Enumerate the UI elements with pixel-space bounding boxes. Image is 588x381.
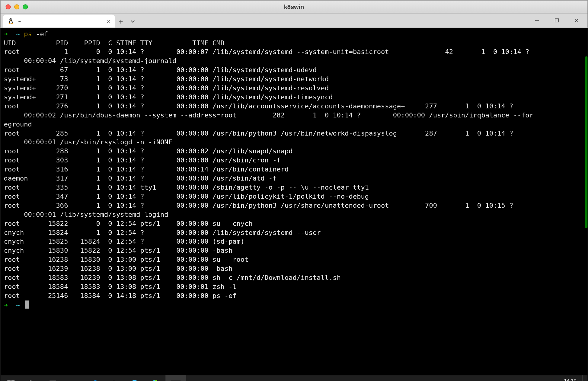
new-tab-button[interactable]: + xyxy=(115,15,127,27)
svg-point-2 xyxy=(10,21,12,24)
close-window-dot[interactable] xyxy=(6,4,11,9)
browser1-icon[interactable] xyxy=(124,375,145,381)
task-view-button[interactable] xyxy=(42,375,62,381)
scrollbar-thumb[interactable] xyxy=(585,56,588,229)
start-button[interactable] xyxy=(0,375,21,381)
minimize-button[interactable] xyxy=(527,14,546,26)
search-button[interactable] xyxy=(21,375,42,381)
tux-icon xyxy=(7,18,14,24)
qq-icon[interactable] xyxy=(104,375,124,381)
svg-point-5 xyxy=(8,23,10,24)
taskbar-clock[interactable]: 14:19 2020/6/10 xyxy=(552,378,579,381)
terminal-tab[interactable]: ~ × xyxy=(3,14,115,27)
window-titlebar[interactable]: k8swin xyxy=(0,0,587,13)
zoom-window-dot[interactable] xyxy=(23,4,28,9)
traffic-lights xyxy=(0,4,28,9)
scrollbar-track[interactable] xyxy=(583,28,587,381)
maximize-button[interactable] xyxy=(547,14,566,26)
vscode-icon[interactable] xyxy=(83,375,104,381)
terminal-body[interactable]: ➜ ~ ps -ef UID PID PPID C STIME TTY TIME… xyxy=(0,28,587,381)
terminal-taskbar-icon[interactable] xyxy=(165,375,186,381)
svg-point-6 xyxy=(11,23,13,24)
terminal-window: k8swin ~ × + ➜ ~ ps -ef UID xyxy=(0,0,588,381)
svg-rect-7 xyxy=(555,18,558,22)
window-title: k8swin xyxy=(284,3,304,10)
close-tab-icon[interactable]: × xyxy=(107,18,110,24)
close-button[interactable] xyxy=(567,14,586,26)
tab-strip: ~ × + xyxy=(0,13,587,28)
windows-taskbar: 英 14:19 2020/6/10 xyxy=(0,375,587,381)
window-controls xyxy=(527,14,586,26)
minimize-window-dot[interactable] xyxy=(14,4,19,9)
edge-icon[interactable] xyxy=(145,375,165,381)
svg-point-4 xyxy=(11,19,11,20)
terminal-tab-label: ~ xyxy=(18,18,21,24)
clock-time: 14:19 xyxy=(564,378,577,381)
show-desktop-button[interactable] xyxy=(583,375,585,381)
file-explorer-icon[interactable] xyxy=(62,375,83,381)
tab-dropdown-icon[interactable] xyxy=(127,15,139,27)
svg-point-3 xyxy=(10,19,11,20)
